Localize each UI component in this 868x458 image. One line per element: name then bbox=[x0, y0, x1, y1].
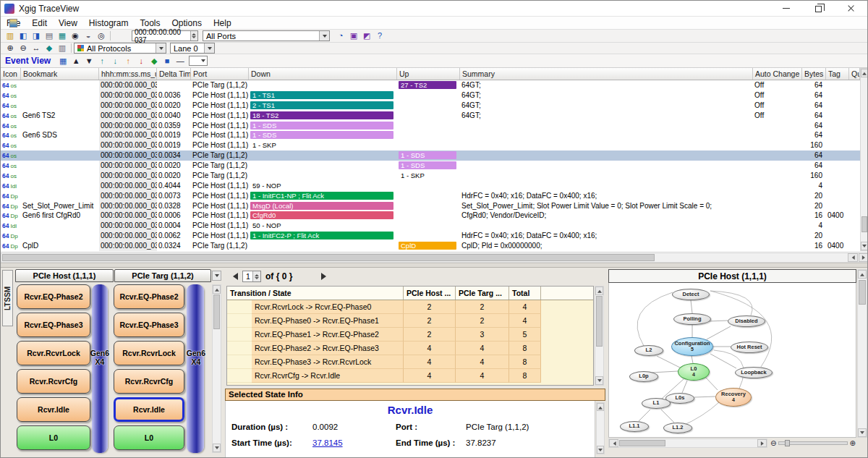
ltssm-node-l0[interactable]: L04 bbox=[678, 363, 710, 381]
menu-item[interactable]: Help bbox=[208, 17, 237, 29]
column-header-transition[interactable]: Transition / State bbox=[227, 287, 404, 300]
table-row[interactable]: 64os 000:00:00.000_037 0.0020 PCIe Targ … bbox=[1, 171, 860, 181]
ltssm-state[interactable]: Rcvr.EQ-Phase2 bbox=[17, 284, 90, 309]
settings-icon[interactable]: ◒ bbox=[82, 30, 95, 41]
scroll-down-button[interactable] bbox=[213, 444, 221, 452]
ltssm-state[interactable]: Rcvr.RcvrCfg bbox=[17, 369, 90, 394]
open-trace-icon[interactable]: ▥ bbox=[4, 30, 17, 41]
ltssm-node-loopback[interactable]: Loopback bbox=[735, 367, 773, 378]
ltssm-node-l1[interactable]: L1 bbox=[642, 398, 671, 409]
scroll-up-button[interactable] bbox=[861, 69, 868, 77]
scroll-down-button[interactable] bbox=[858, 428, 867, 437]
menu-item[interactable]: Histogram bbox=[83, 17, 135, 29]
next-page-button[interactable] bbox=[319, 271, 329, 281]
table-row[interactable]: 64Idl 000:00:00.000_038 0.0004 PCIe Host… bbox=[1, 221, 860, 231]
ltssm-scrollbar[interactable] bbox=[212, 284, 221, 453]
decoder-icon[interactable]: ◩ bbox=[360, 30, 373, 41]
column-header-targ[interactable]: PCIe Targ ... bbox=[456, 287, 509, 300]
table-row[interactable]: 64Dp 000:00:00.000_038 0.0062 PCIe Host … bbox=[1, 231, 860, 241]
page-spinner-arrows[interactable] bbox=[252, 271, 260, 281]
ltssm-node-polling[interactable]: Polling bbox=[673, 313, 711, 325]
lane-combo[interactable]: Lane 0 bbox=[170, 43, 215, 54]
restore-button[interactable] bbox=[802, 1, 835, 16]
next-event-icon[interactable]: ↓ bbox=[109, 56, 122, 67]
scroll-up-button[interactable] bbox=[858, 270, 867, 279]
scroll-up-button[interactable] bbox=[595, 287, 603, 295]
ltssm-state[interactable]: Rcvr.RcvrLock bbox=[17, 341, 90, 365]
menu-item[interactable]: Tools bbox=[135, 17, 166, 29]
ltssm-state[interactable]: Rcvr.RcvrLock bbox=[114, 341, 184, 365]
export-icon[interactable]: ▦ bbox=[56, 30, 69, 41]
column-header-auto-change[interactable]: Auto Change bbox=[753, 68, 802, 80]
ltssm-header-dropdown[interactable] bbox=[212, 271, 221, 281]
columns-icon[interactable]: ■ bbox=[161, 56, 174, 67]
zoom-fit-icon[interactable]: ↔ bbox=[30, 43, 43, 54]
table-row[interactable]: 64os 000:00:00.000_037 PCIe Targ (1,1,2)… bbox=[1, 80, 860, 90]
table-horizontal-scrollbar[interactable] bbox=[1, 253, 868, 263]
ltssm-node-disabled[interactable]: Disabled bbox=[728, 315, 765, 327]
column-header-up[interactable]: Up bbox=[397, 68, 460, 80]
scroll-right-button[interactable] bbox=[757, 439, 767, 447]
table-row[interactable]: 64Dp Gen6 first CfgRd0 000:00:00.000_038… bbox=[1, 211, 860, 221]
time-spinner[interactable] bbox=[190, 31, 197, 41]
lanes-icon[interactable]: ▥ bbox=[56, 43, 69, 54]
transition-row[interactable]: Rcvr.RcvrLock -> Rcvr.EQ-Phase0 2 2 4 bbox=[227, 300, 593, 314]
ltssm-state[interactable]: L0 bbox=[114, 425, 184, 450]
table-vertical-scrollbar[interactable] bbox=[860, 68, 868, 251]
transition-row[interactable]: Rcvr.EQ-Phase0 -> Rcvr.EQ-Phase1 2 2 4 bbox=[227, 314, 593, 328]
print-icon[interactable]: ▤ bbox=[43, 30, 56, 41]
scrollbar-thumb[interactable] bbox=[861, 216, 867, 232]
help-icon[interactable]: ? bbox=[373, 30, 386, 41]
prev-event-icon[interactable]: ↑ bbox=[95, 56, 109, 67]
scroll-right-button[interactable] bbox=[859, 253, 868, 262]
zoom-out-icon[interactable]: ⊖ bbox=[17, 43, 30, 54]
search-icon[interactable]: ◎ bbox=[95, 30, 108, 41]
transition-row[interactable]: Rcvr.RcvrCfg -> Rcvr.Idle 4 4 8 bbox=[227, 369, 593, 383]
scroll-down-button[interactable] bbox=[597, 446, 604, 454]
minimize-button[interactable] bbox=[770, 1, 802, 16]
table-row[interactable]: 64Dp 000:00:00.000_038 0.0073 PCIe Host … bbox=[1, 191, 860, 201]
ltssm-node-hot-reset[interactable]: Hot Reset bbox=[731, 342, 768, 353]
ltssm-targ-header[interactable]: PCIe Targ (1,1,2) bbox=[114, 269, 211, 282]
trigger-time-field[interactable]: 000:00:00.000 037 bbox=[132, 30, 198, 41]
scroll-left-button[interactable] bbox=[848, 253, 858, 262]
scroll-up-button[interactable] bbox=[597, 403, 604, 411]
scroll-left-button[interactable] bbox=[609, 439, 618, 447]
column-header-queue[interactable]: Qu... bbox=[849, 68, 860, 80]
save-icon[interactable]: ◧ bbox=[17, 30, 30, 41]
prev-page-button[interactable] bbox=[229, 271, 239, 281]
next-error-icon[interactable]: ↓ bbox=[135, 56, 148, 67]
ltssm-node-l2[interactable]: L2 bbox=[634, 345, 663, 356]
table-row[interactable]: 64Dp Set_Slot_Power_Limit 000:00:00.000_… bbox=[1, 201, 860, 211]
table-row[interactable]: 64os Gen6 TS2 000:00:00.000_037 0.0040 P… bbox=[1, 111, 860, 121]
capture-icon[interactable]: ◉ bbox=[69, 30, 82, 41]
ports-combo[interactable]: All Ports bbox=[203, 30, 330, 41]
column-header-host[interactable]: PCIe Host ... bbox=[404, 287, 456, 300]
sort-desc-icon[interactable]: ▼ bbox=[82, 56, 95, 67]
menu-item[interactable]: Edit bbox=[26, 17, 53, 29]
analyzer-icon[interactable]: ▣ bbox=[347, 30, 360, 41]
protocols-combo[interactable]: All Protocols bbox=[74, 43, 166, 54]
table-row[interactable]: 64os 000:00:00.000_037 0.0020 PCIe Targ … bbox=[1, 161, 860, 171]
ltssm-state[interactable]: Rcvr.RcvrCfg bbox=[114, 369, 184, 394]
column-header-down[interactable]: Down bbox=[249, 68, 397, 80]
chevron-down-icon[interactable] bbox=[156, 43, 166, 53]
scrollbar-thumb[interactable] bbox=[596, 296, 603, 347]
save-all-icon[interactable]: ◨ bbox=[30, 30, 43, 41]
ltssm-state[interactable]: Rcvr.Idle bbox=[114, 397, 184, 422]
column-header-summary[interactable]: Summary bbox=[460, 68, 753, 80]
table-row[interactable]: 64os Gen6 SDS 000:00:00.000_037 0.0019 P… bbox=[1, 130, 860, 140]
diagram-vertical-scrollbar[interactable] bbox=[857, 269, 867, 438]
zoom-in-icon[interactable]: ⊕ bbox=[4, 43, 17, 54]
refresh-icon[interactable]: ◔ bbox=[334, 30, 347, 41]
ltssm-state[interactable]: L0 bbox=[17, 425, 90, 450]
ltssm-state[interactable]: Rcvr.EQ-Phase2 bbox=[114, 284, 184, 309]
scroll-up-button[interactable] bbox=[213, 285, 221, 294]
column-header-total[interactable]: Total bbox=[509, 287, 541, 300]
ltssm-node-configuration[interactable]: Configuration5 bbox=[671, 337, 713, 356]
table-row[interactable]: 64os 000:00:00.000_037 0.0359 PCIe Host … bbox=[1, 121, 860, 131]
decode-level-icon[interactable]: ◆ bbox=[148, 56, 161, 67]
collapse-icon[interactable]: — bbox=[174, 56, 187, 67]
zoom-slider-thumb[interactable] bbox=[785, 440, 790, 446]
table-row[interactable]: 64Dp CplD 000:00:00.000_038 0.0324 PCIe … bbox=[1, 241, 860, 251]
